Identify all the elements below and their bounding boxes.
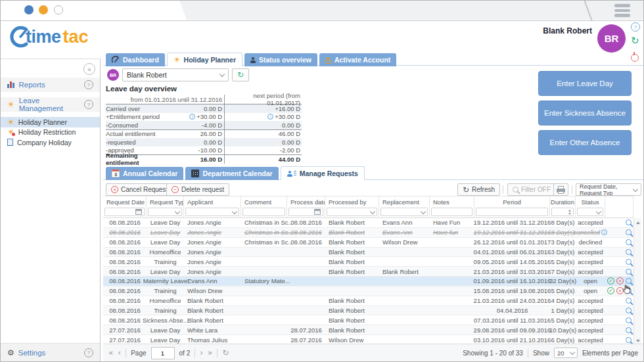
- subtab-department-calendar[interactable]: Department Calendar: [185, 167, 278, 180]
- magnifier-icon[interactable]: [626, 259, 632, 265]
- filter-input-comment[interactable]: [242, 208, 285, 216]
- refresh-button[interactable]: ↻ Refresh: [457, 183, 500, 196]
- table-row[interactable]: 08.08.2016Leave DayJones AngieBlank Robe…: [103, 267, 633, 277]
- window-button-orange[interactable]: [39, 5, 48, 14]
- sidebar-item-holiday-planner[interactable]: ☀Holiday Planner: [1, 117, 100, 127]
- filter-input-request-type[interactable]: [148, 208, 182, 216]
- column-header-replacement[interactable]: Replacement: [379, 196, 430, 207]
- filter-input-processed-by[interactable]: [327, 208, 377, 216]
- column-header-status[interactable]: Status: [576, 196, 605, 207]
- table-row[interactable]: 08.08.2016Leave DayJones AngieChristmas …: [103, 218, 633, 228]
- magnifier-icon[interactable]: [626, 229, 632, 235]
- table-row[interactable]: 08.08.2016HomeofficeJones AngieBlank Rob…: [103, 248, 633, 258]
- vertical-scrollbar[interactable]: [633, 218, 641, 345]
- help-icon[interactable]: ?: [84, 80, 93, 89]
- column-header-duration[interactable]: Duration: [550, 196, 576, 207]
- enter-leave-day-button[interactable]: Enter Leave Day: [538, 71, 632, 96]
- magnifier-icon[interactable]: [626, 278, 632, 284]
- magnifier-icon[interactable]: [626, 327, 632, 333]
- page-size-select[interactable]: 20: [554, 348, 578, 358]
- column-header-process-date[interactable]: Process date: [287, 196, 325, 207]
- help-icon[interactable]: ?: [84, 348, 93, 357]
- delete-request-button[interactable]: − Delete request: [166, 183, 229, 196]
- approve-icon[interactable]: ✓: [607, 287, 614, 294]
- magnifier-icon[interactable]: [626, 269, 632, 275]
- last-page-button[interactable]: »: [208, 348, 212, 357]
- column-header-period[interactable]: Period: [474, 196, 550, 207]
- table-row[interactable]: 27.07.2016Leave DayWhite Lara28.07.2016B…: [103, 325, 633, 335]
- tab-dashboard[interactable]: Dashboard: [106, 53, 165, 66]
- magnifier-icon[interactable]: [626, 337, 632, 343]
- first-page-button[interactable]: «: [108, 348, 113, 357]
- table-row[interactable]: 08.08.2016HomeofficeBlank RobertBlank Ro…: [103, 296, 633, 306]
- table-row[interactable]: 08.08.2016Sickness Abse...Blank RobertBl…: [103, 315, 633, 325]
- magnifier-icon[interactable]: [626, 307, 632, 313]
- table-row[interactable]: 08.08.2016Maternity LeaveEvans AnnStatut…: [103, 277, 633, 286]
- cancel-request-button[interactable]: × Cancel Request: [106, 183, 173, 196]
- filter-input-request-date[interactable]: [104, 208, 145, 216]
- approve-icon[interactable]: ✓: [607, 277, 614, 284]
- magnifier-icon[interactable]: [626, 249, 632, 255]
- help-icon[interactable]: ?: [631, 22, 640, 32]
- column-header-actions[interactable]: [605, 196, 633, 207]
- column-header-processed-by[interactable]: Processed by: [325, 196, 379, 207]
- user-select[interactable]: Blank Robert: [122, 68, 229, 81]
- sidebar-group-reports[interactable]: Reports?: [1, 78, 100, 92]
- tab-activate-account[interactable]: Activate Account: [319, 53, 396, 66]
- magnifier-icon[interactable]: [626, 239, 632, 245]
- refresh-icon[interactable]: ↻: [631, 36, 639, 46]
- filter-input-period[interactable]: [476, 208, 548, 216]
- magnifier-icon[interactable]: [626, 219, 632, 225]
- tab-status-overview[interactable]: Status overview: [244, 53, 317, 66]
- page-input[interactable]: [151, 347, 175, 359]
- magnifier-icon[interactable]: [626, 288, 632, 294]
- decline-icon[interactable]: ×: [616, 277, 624, 284]
- cell-processed-by: [325, 277, 379, 286]
- next-page-button[interactable]: ›: [200, 348, 203, 357]
- table-row[interactable]: 08.08.2016TrainingJones AngieBlank Rober…: [103, 257, 633, 267]
- avatar[interactable]: BR: [597, 24, 626, 53]
- filter-input-applicant[interactable]: [185, 208, 239, 216]
- filter-input-status[interactable]: [577, 208, 603, 216]
- sidebar-item-holiday-restriction[interactable]: ☀Holiday Restriction: [1, 127, 100, 138]
- magnifier-icon[interactable]: [626, 298, 632, 304]
- column-header-comment[interactable]: Comment: [241, 196, 287, 207]
- filter-input-duration[interactable]: [551, 208, 574, 216]
- decline-icon[interactable]: ×: [616, 287, 624, 294]
- help-icon[interactable]: ?: [84, 100, 93, 109]
- tab-holiday-planner[interactable]: ☀Holiday Planner: [167, 53, 242, 66]
- subtab-annual-calendar[interactable]: 3Annual Calendar: [106, 167, 183, 180]
- sidebar-group-leave-management[interactable]: ☀Leave Management?: [1, 97, 100, 112]
- prev-page-button[interactable]: ‹: [118, 348, 121, 357]
- column-header-request-date[interactable]: Request Date↓: [103, 196, 147, 207]
- sidebar-item-company-holiday[interactable]: Company Holiday: [1, 137, 100, 148]
- subtab-manage-requests[interactable]: Manage Requests: [281, 166, 365, 180]
- window-button-blue[interactable]: [24, 5, 34, 14]
- table-row[interactable]: 08.08.2016Leave DayJones AngieChristmas …: [103, 238, 633, 248]
- menu-icon[interactable]: [614, 4, 630, 19]
- user-refresh-button[interactable]: ↻: [232, 68, 249, 81]
- footer-separator: [217, 349, 218, 357]
- reload-page-button[interactable]: ↻: [222, 348, 229, 357]
- sort-select[interactable]: Request Date, Request Typ: [576, 183, 641, 196]
- column-header-applicant[interactable]: Applicant: [184, 196, 241, 207]
- column-header-notes[interactable]: Notes: [430, 196, 474, 207]
- filter-input-process-date[interactable]: [288, 208, 323, 216]
- table-row[interactable]: 08.08.2016Leave DayJones AngieChristmas …: [103, 228, 633, 238]
- enter-sickness-absence-button[interactable]: Enter Sickness Absence: [538, 101, 632, 125]
- print-button[interactable]: [553, 183, 568, 196]
- scroll-up-icon[interactable]: [634, 219, 641, 226]
- table-row[interactable]: 08.08.2016TrainingBlank RobertBlank Robe…: [103, 306, 633, 316]
- window-button-white[interactable]: [54, 5, 63, 14]
- filter-off-label: Filter OFF: [521, 186, 551, 193]
- table-row[interactable]: 08.08.2016TrainingWilson Drew15.08.2016 …: [103, 286, 633, 296]
- magnifier-icon[interactable]: [626, 317, 632, 323]
- filter-off-button[interactable]: Filter OFF: [507, 183, 556, 196]
- sidebar-collapse-button[interactable]: «: [83, 63, 95, 75]
- sidebar-item-settings[interactable]: ⚙ Settings ?: [1, 343, 100, 361]
- column-header-request-type[interactable]: Request Type: [147, 196, 184, 207]
- logout-power-icon[interactable]: [631, 54, 639, 62]
- filter-input-notes[interactable]: [431, 208, 472, 216]
- filter-input-replacement[interactable]: [380, 208, 428, 216]
- enter-other-absence-button[interactable]: Enter Other Absence: [538, 130, 632, 155]
